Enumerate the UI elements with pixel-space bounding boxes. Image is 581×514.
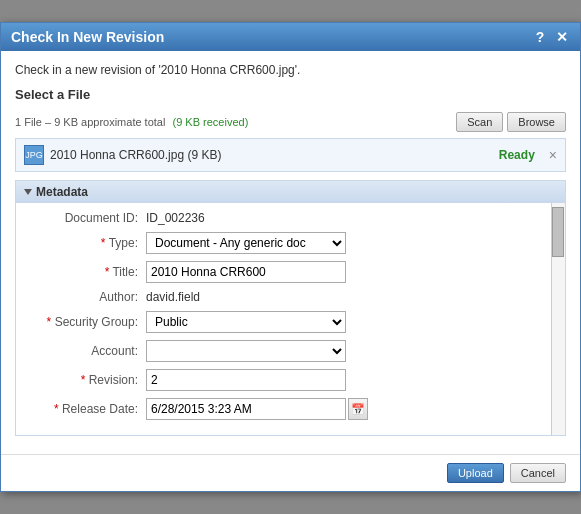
revision-label: * Revision: — [26, 373, 146, 387]
metadata-title: Metadata — [36, 185, 88, 199]
security-required-star: * — [47, 315, 55, 329]
browse-button[interactable]: Browse — [507, 112, 566, 132]
type-label: * Type: — [26, 236, 146, 250]
dialog-body: Check in a new revision of '2010 Honna C… — [1, 51, 580, 454]
account-select[interactable] — [146, 340, 346, 362]
title-input[interactable] — [146, 261, 346, 283]
account-label: Account: — [26, 344, 146, 358]
type-select-wrapper: Document - Any generic doc — [146, 232, 346, 254]
upload-button[interactable]: Upload — [447, 463, 504, 483]
document-id-value: ID_002236 — [146, 211, 205, 225]
account-select-wrapper — [146, 340, 346, 362]
file-status: Ready — [499, 148, 535, 162]
author-value: david.field — [146, 290, 200, 304]
file-summary: 1 File – 9 KB approximate total (9 KB re… — [15, 112, 566, 132]
close-icon[interactable]: ✕ — [554, 29, 570, 45]
field-row-account: Account: — [26, 340, 541, 362]
scrollbar-track[interactable] — [551, 203, 565, 435]
security-group-label: * Security Group: — [26, 315, 146, 329]
intro-text: Check in a new revision of '2010 Honna C… — [15, 63, 566, 77]
release-required-star: * — [54, 402, 62, 416]
author-label: Author: — [26, 290, 146, 304]
field-row-type: * Type: Document - Any generic doc — [26, 232, 541, 254]
security-group-select[interactable]: Public — [146, 311, 346, 333]
field-row-title: * Title: — [26, 261, 541, 283]
help-icon[interactable]: ? — [532, 29, 548, 45]
release-date-input[interactable] — [146, 398, 346, 420]
field-row-document-id: Document ID: ID_002236 — [26, 211, 541, 225]
dialog: Check In New Revision ? ✕ Check in a new… — [0, 22, 581, 492]
field-row-revision: * Revision: — [26, 369, 541, 391]
release-date-label: * Release Date: — [26, 402, 146, 416]
type-select[interactable]: Document - Any generic doc — [146, 232, 346, 254]
header-icons: ? ✕ — [532, 29, 570, 45]
dialog-header: Check In New Revision ? ✕ — [1, 23, 580, 51]
select-file-title: Select a File — [15, 87, 566, 104]
dialog-footer: Upload Cancel — [1, 454, 580, 491]
metadata-body: Document ID: ID_002236 * Type: Document … — [16, 203, 565, 435]
file-buttons: Scan Browse — [456, 112, 566, 132]
document-id-label: Document ID: — [26, 211, 146, 225]
revision-input[interactable] — [146, 369, 346, 391]
calendar-icon[interactable]: 📅 — [348, 398, 368, 420]
title-label: * Title: — [26, 265, 146, 279]
file-item: JPG 2010 Honna CRR600.jpg (9 KB) Ready × — [15, 138, 566, 172]
scrollbar-thumb[interactable] — [552, 207, 564, 257]
security-group-select-wrapper: Public — [146, 311, 346, 333]
field-row-release-date: * Release Date: 📅 — [26, 398, 541, 420]
dialog-title: Check In New Revision — [11, 29, 164, 45]
field-row-author: Author: david.field — [26, 290, 541, 304]
field-row-security-group: * Security Group: Public — [26, 311, 541, 333]
file-type-icon: JPG — [24, 145, 44, 165]
file-count-text: 1 File – 9 KB approximate total — [15, 116, 165, 128]
metadata-header[interactable]: Metadata — [16, 181, 565, 203]
type-required-star: * — [101, 236, 109, 250]
metadata-section: Metadata Document ID: ID_002236 * Type: — [15, 180, 566, 436]
file-received-text: (9 KB received) — [172, 116, 248, 128]
file-remove-icon[interactable]: × — [549, 147, 557, 163]
file-name: 2010 Honna CRR600.jpg (9 KB) — [50, 148, 493, 162]
collapse-icon — [24, 189, 32, 195]
file-summary-text: 1 File – 9 KB approximate total (9 KB re… — [15, 116, 248, 128]
revision-required-star: * — [81, 373, 89, 387]
scan-button[interactable]: Scan — [456, 112, 503, 132]
metadata-fields: Document ID: ID_002236 * Type: Document … — [16, 203, 551, 435]
cancel-button[interactable]: Cancel — [510, 463, 566, 483]
